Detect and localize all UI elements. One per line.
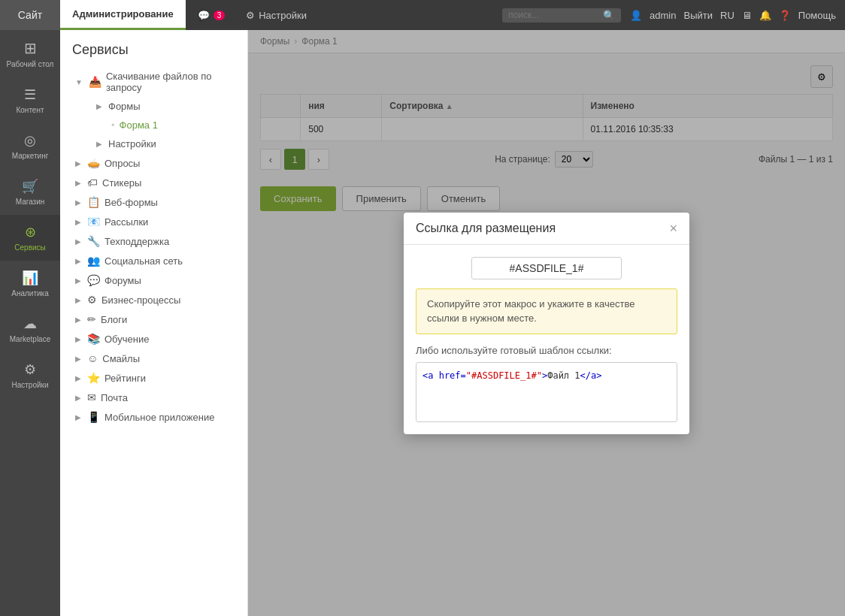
code-text: Файл 1 <box>547 370 580 381</box>
search-input[interactable] <box>508 10 598 20</box>
nav-item-biz[interactable]: ▶ ⚙ Бизнес-процессы <box>60 290 247 310</box>
main-content: Формы › Форма 1 ⚙ ния <box>248 30 845 616</box>
nav-item-mailings[interactable]: ▶ 📧 Рассылки <box>60 212 247 231</box>
webforms-icon: 📋 <box>87 196 100 208</box>
nav-label-download: Скачивание файлов по запросу <box>106 71 235 93</box>
nav-item-stickers[interactable]: ▶ 🏷 Стикеры <box>60 173 247 192</box>
marketplace-label: Marketplace <box>10 335 50 343</box>
arrow-right-biz: ▶ <box>75 296 81 304</box>
nav-item-mobile[interactable]: ▶ 📱 Мобильное приложение <box>60 407 247 427</box>
sidebar-item-shop[interactable]: 🛒 Магазин <box>0 169 60 215</box>
mail-icon: ✉ <box>87 391 96 403</box>
services-icon: ⊛ <box>25 224 36 240</box>
modal-overlay: Ссылка для размещения × Скопируйте этот … <box>248 30 845 616</box>
settings-nav-label: Настройки <box>11 381 48 389</box>
marketing-icon: ◎ <box>24 132 36 149</box>
user-icon: 👤 <box>630 10 642 21</box>
marketing-label: Маркетинг <box>12 152 49 160</box>
code-preview: <a href="#ASSDFILE_1#">Файл 1</a> <box>416 362 677 422</box>
modal-title: Ссылка для размещения <box>416 222 556 235</box>
messages-badge: 3 <box>214 11 226 20</box>
info-box: Скопируйте этот макрос и укажите в качес… <box>416 288 677 334</box>
marketplace-icon: ☁ <box>23 316 37 332</box>
sidebar-item-settings[interactable]: ⚙ Настройки <box>0 352 60 398</box>
content-label: Контент <box>16 106 44 114</box>
messages-icon: 💬 <box>198 10 210 21</box>
nav-item-ratings[interactable]: ▶ ⭐ Рейтинги <box>60 368 247 388</box>
code-tag-open: <a href= <box>422 370 466 381</box>
bullet-form1: • <box>111 119 115 131</box>
sidebar-item-analytics[interactable]: 📊 Аналитика <box>0 261 60 306</box>
topbar: Сайт Администрирование 💬 3 ⚙ Настройки 🔍… <box>0 0 845 30</box>
sidebar-nav-title: Сервисы <box>60 38 247 67</box>
shop-label: Магазин <box>16 198 45 206</box>
arrow-right-support: ▶ <box>75 237 81 246</box>
settings-nav-icon: ⚙ <box>24 361 36 378</box>
lang-button[interactable]: RU <box>720 10 734 21</box>
arrow-right-stickers: ▶ <box>75 179 81 187</box>
dashboard-icon: ⊞ <box>24 39 37 57</box>
shop-icon: 🛒 <box>22 178 38 195</box>
dashboard-label: Рабочий стол <box>7 60 54 68</box>
nav-item-social[interactable]: ▶ 👥 Социальная сеть <box>60 251 247 270</box>
blogs-icon: ✏ <box>87 313 96 325</box>
nav-label-mailings: Рассылки <box>104 216 148 228</box>
macro-input[interactable] <box>471 257 622 279</box>
nav-label-education: Обучение <box>104 334 149 345</box>
download-icon: 📥 <box>89 76 101 88</box>
sidebar-item-dashboard[interactable]: ⊞ Рабочий стол <box>0 30 60 77</box>
sidebar-icons: ⊞ Рабочий стол ☰ Контент ◎ Маркетинг 🛒 М… <box>0 30 60 616</box>
biz-icon: ⚙ <box>87 294 97 306</box>
template-label: Либо используйте готовый шаблон ссылки: <box>416 345 677 356</box>
polls-icon: 🥧 <box>87 157 100 169</box>
nav-item-forums[interactable]: ▶ 💬 Форумы <box>60 270 247 290</box>
admin-tab[interactable]: Администрирование <box>60 0 186 30</box>
nav-label-nav-settings: Настройки <box>108 138 156 149</box>
content-icon: ☰ <box>24 86 36 103</box>
nav-label-polls: Опросы <box>104 158 140 169</box>
user-label: admin <box>650 10 676 21</box>
settings-icon: ⚙ <box>246 10 255 21</box>
nav-label-social: Социальная сеть <box>104 255 183 267</box>
nav-item-smileys[interactable]: ▶ ☺ Смайлы <box>60 349 247 368</box>
modal-close-button[interactable]: × <box>669 222 677 235</box>
ratings-icon: ⭐ <box>87 372 100 384</box>
sidebar-item-content[interactable]: ☰ Контент <box>0 77 60 123</box>
nav-item-nav-settings[interactable]: ▶ Настройки <box>75 134 247 153</box>
search-icon: 🔍 <box>603 10 615 21</box>
nav-label-smileys: Смайлы <box>102 353 140 364</box>
search-bar: 🔍 <box>502 8 621 23</box>
sidebar-item-marketplace[interactable]: ☁ Marketplace <box>0 306 60 352</box>
sidebar-nav: Сервисы ▼ 📥 Скачивание файлов по запросу… <box>60 30 248 616</box>
forums-icon: 💬 <box>87 274 100 286</box>
nav-item-mail[interactable]: ▶ ✉ Почта <box>60 388 247 407</box>
nav-item-webforms[interactable]: ▶ 📋 Веб-формы <box>60 192 247 212</box>
mobile-icon: 📱 <box>87 411 100 423</box>
nav-item-blogs[interactable]: ▶ ✏ Блоги <box>60 310 247 329</box>
sidebar-item-services[interactable]: ⊛ Сервисы <box>0 215 60 261</box>
nav-item-education[interactable]: ▶ 📚 Обучение <box>60 329 247 349</box>
nav-item-form1[interactable]: • Форма 1 <box>75 116 247 134</box>
code-tag-close: </a> <box>580 370 602 381</box>
help-label[interactable]: Помощь <box>798 10 836 21</box>
nav-item-forms[interactable]: ▶ Формы <box>75 97 247 116</box>
arrow-right-mail: ▶ <box>75 394 81 402</box>
messages-button[interactable]: 💬 3 <box>192 10 232 21</box>
settings-link[interactable]: ⚙ Настройки <box>240 10 313 21</box>
nav-label-mobile: Мобильное приложение <box>104 412 214 423</box>
nav-label-forums: Форумы <box>104 275 141 286</box>
sidebar-item-marketing[interactable]: ◎ Маркетинг <box>0 123 60 169</box>
macro-input-wrapper <box>416 257 677 279</box>
arrow-right-polls: ▶ <box>75 159 81 168</box>
nav-label-forms: Формы <box>108 101 141 112</box>
nav-item-polls[interactable]: ▶ 🥧 Опросы <box>60 153 247 173</box>
nav-item-support[interactable]: ▶ 🔧 Техподдержка <box>60 231 247 251</box>
modal-body: Скопируйте этот макрос и укажите в качес… <box>404 245 689 434</box>
site-button[interactable]: Сайт <box>0 0 60 30</box>
arrow-right-ratings: ▶ <box>75 374 81 382</box>
arrow-right-webforms: ▶ <box>75 198 81 207</box>
arrow-right-icon-settings: ▶ <box>96 140 102 148</box>
logout-button[interactable]: Выйти <box>684 10 713 21</box>
nav-sub-forms: • Форма 1 <box>75 116 247 134</box>
nav-item-download[interactable]: ▼ 📥 Скачивание файлов по запросу <box>60 67 247 97</box>
